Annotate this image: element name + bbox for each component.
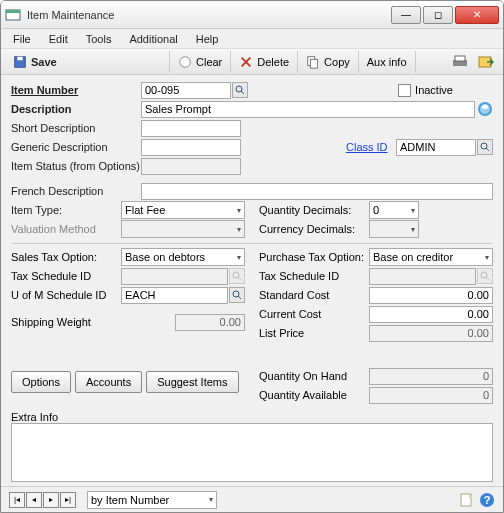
purchase-tax-combo[interactable]: Base on creditor▾ [369, 248, 493, 266]
ship-weight-label: Shipping Weight [11, 316, 121, 328]
minimize-button[interactable]: — [391, 6, 421, 24]
description-label: Description [11, 103, 141, 115]
menu-file[interactable]: File [5, 31, 39, 47]
std-cost-field[interactable]: 0.00 [369, 287, 493, 304]
close-button[interactable]: ✕ [455, 6, 499, 24]
uofm-lookup[interactable] [229, 287, 245, 303]
status-note-icon[interactable] [459, 492, 475, 508]
delete-button[interactable]: Delete [231, 51, 298, 73]
suggest-items-button[interactable]: Suggest Items [146, 371, 238, 393]
purchase-tax-schedule-label: Tax Schedule ID [259, 270, 369, 282]
svg-line-17 [238, 277, 241, 280]
purchase-tax-label: Purchase Tax Option: [259, 251, 369, 263]
go-to-icon[interactable] [477, 54, 495, 70]
save-button[interactable]: Save [5, 51, 170, 73]
print-icon[interactable] [451, 54, 469, 70]
item-number-field[interactable]: 00-095 [141, 82, 231, 99]
save-icon [13, 55, 27, 69]
clear-icon [178, 55, 192, 69]
copy-button[interactable]: Copy [298, 51, 359, 73]
qty-decimals-combo[interactable]: 0▾ [369, 201, 419, 219]
purchase-tax-schedule-field [369, 268, 476, 285]
french-desc-label: French Description [11, 185, 141, 197]
class-id-lookup[interactable] [477, 139, 493, 155]
window-title: Item Maintenance [27, 9, 391, 21]
aux-info-button[interactable]: Aux info [359, 51, 416, 73]
clear-button[interactable]: Clear [170, 51, 231, 73]
svg-line-11 [241, 91, 244, 94]
item-number-label[interactable]: Item Number [11, 84, 141, 96]
qty-onhand-field: 0 [369, 368, 493, 385]
curr-decimals-label: Currency Decimals: [259, 223, 369, 235]
menu-edit[interactable]: Edit [41, 31, 76, 47]
generic-desc-label: Generic Description [11, 141, 141, 153]
accounts-button[interactable]: Accounts [75, 371, 142, 393]
generic-desc-field[interactable] [141, 139, 241, 156]
sales-tax-schedule-field [121, 268, 228, 285]
ship-weight-field: 0.00 [175, 314, 245, 331]
class-id-link[interactable]: Class ID [346, 141, 396, 153]
svg-point-4 [180, 56, 191, 67]
qty-avail-field: 0 [369, 387, 493, 404]
cur-cost-field[interactable]: 0.00 [369, 306, 493, 323]
toolbar: Save Clear Delete Copy Aux info [1, 49, 503, 75]
menubar: File Edit Tools Additional Help [1, 29, 503, 49]
help-icon[interactable]: ? [479, 492, 495, 508]
item-number-lookup[interactable] [232, 82, 248, 98]
maximize-button[interactable]: ◻ [423, 6, 453, 24]
svg-rect-1 [6, 10, 20, 13]
nav-prev-button[interactable]: ◂ [26, 492, 42, 508]
sort-combo[interactable]: by Item Number▾ [87, 491, 217, 509]
qty-avail-label: Quantity Available [259, 389, 369, 401]
curr-decimals-combo: ▾ [369, 220, 419, 238]
item-type-combo[interactable]: Flat Fee▾ [121, 201, 245, 219]
svg-rect-3 [17, 56, 22, 60]
delete-icon [239, 55, 253, 69]
svg-rect-8 [455, 56, 465, 61]
item-status-field [141, 158, 241, 175]
short-desc-field[interactable] [141, 120, 241, 137]
french-desc-field[interactable] [141, 183, 493, 200]
note-icon[interactable] [477, 101, 493, 117]
copy-icon [306, 55, 320, 69]
menu-help[interactable]: Help [188, 31, 227, 47]
uofm-field[interactable]: EACH [121, 287, 228, 304]
options-button[interactable]: Options [11, 371, 71, 393]
form-area: Item Number 00-095 Inactive Description … [1, 75, 503, 486]
menu-additional[interactable]: Additional [121, 31, 185, 47]
inactive-checkbox[interactable] [398, 84, 411, 97]
extra-info-textarea[interactable] [11, 423, 493, 482]
svg-rect-6 [310, 59, 317, 68]
svg-line-21 [486, 277, 489, 280]
valuation-combo: ▾ [121, 220, 245, 238]
sales-tax-combo[interactable]: Base on debtors▾ [121, 248, 245, 266]
qty-decimals-label: Quantity Decimals: [259, 204, 369, 216]
nav-first-button[interactable]: |◂ [9, 492, 25, 508]
statusbar: |◂ ◂ ▸ ▸| by Item Number▾ ? [1, 486, 503, 512]
cur-cost-label: Current Cost [259, 308, 369, 320]
description-field[interactable]: Sales Prompt [141, 101, 475, 118]
app-icon [5, 7, 21, 23]
svg-line-15 [486, 148, 489, 151]
item-status-label: Item Status (from Options) [11, 160, 141, 172]
purchase-tax-schedule-lookup [477, 268, 493, 284]
class-id-field[interactable]: ADMIN [396, 139, 476, 156]
uofm-label[interactable]: U of M Schedule ID [11, 289, 121, 301]
item-type-label: Item Type: [11, 204, 121, 216]
list-price-field: 0.00 [369, 325, 493, 342]
qty-onhand-label: Quantity On Hand [259, 370, 369, 382]
sales-tax-label: Sales Tax Option: [11, 251, 121, 263]
svg-line-19 [238, 296, 241, 299]
valuation-label: Valuation Method [11, 223, 121, 235]
titlebar[interactable]: Item Maintenance — ◻ ✕ [1, 1, 503, 29]
nav-last-button[interactable]: ▸| [60, 492, 76, 508]
sales-tax-schedule-lookup [229, 268, 245, 284]
menu-tools[interactable]: Tools [78, 31, 120, 47]
short-desc-label: Short Description [11, 122, 141, 134]
sales-tax-schedule-label: Tax Schedule ID [11, 270, 121, 282]
window-frame: Item Maintenance — ◻ ✕ File Edit Tools A… [0, 0, 504, 513]
extra-info-label: Extra Info [11, 411, 493, 423]
inactive-label: Inactive [415, 84, 453, 96]
nav-next-button[interactable]: ▸ [43, 492, 59, 508]
std-cost-label: Standard Cost [259, 289, 369, 301]
